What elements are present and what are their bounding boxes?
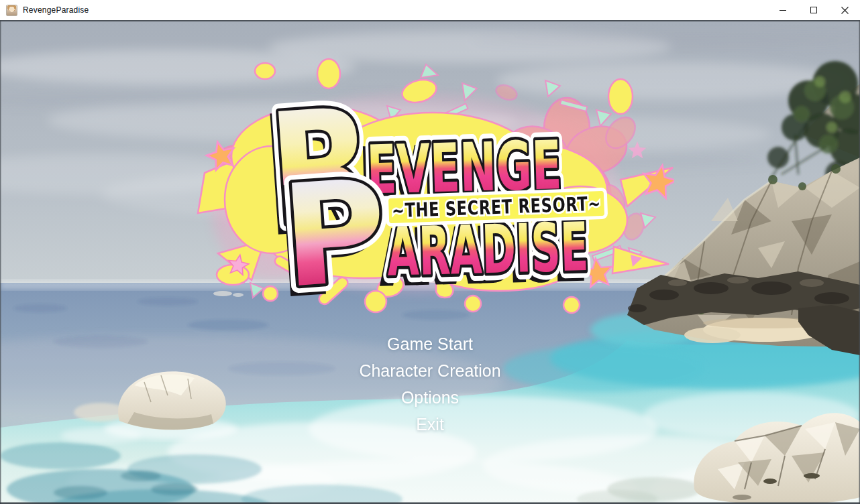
maximize-icon [810,6,818,14]
menu-item-exit[interactable]: Exit [416,411,444,438]
game-window: RevengeParadise [0,0,860,504]
maximize-button[interactable] [798,0,829,20]
menu-item-options[interactable]: Options [401,384,459,411]
app-icon[interactable] [6,5,17,16]
star-pink-small [629,141,647,158]
minimize-button[interactable] [767,0,798,20]
close-button[interactable] [829,0,860,20]
game-logo: R R R EVENGE EVENGE EVENGE P P P ARADISE… [191,52,674,327]
window-title: RevengeParadise [23,5,89,15]
menu-item-character-creation[interactable]: Character Creation [359,357,500,384]
main-menu: Game Start Character Creation Options Ex… [0,330,860,438]
titlebar: RevengeParadise [0,0,860,20]
window-edge-top [0,20,860,21]
close-icon [841,6,849,15]
minimize-icon [779,6,787,14]
menu-item-game-start[interactable]: Game Start [387,330,473,357]
logo-letter-p: P P P [272,149,392,326]
logo-subtitle-banner: ~THE SECRET RESORT~ [386,189,606,225]
svg-text:P: P [277,149,392,320]
game-viewport: R R R EVENGE EVENGE EVENGE P P P ARADISE… [0,20,860,504]
window-controls [767,0,860,20]
